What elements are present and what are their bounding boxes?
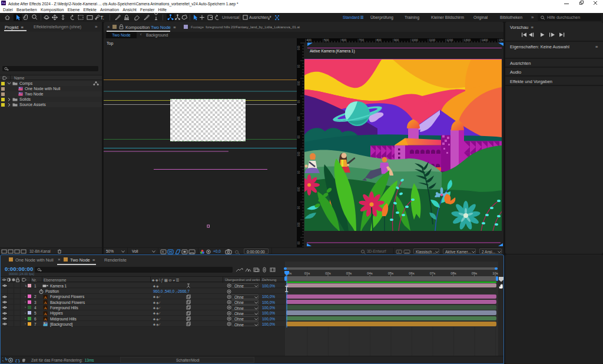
svg-text:Hilfe durchsuchen: Hilfe durchsuchen: [547, 15, 580, 19]
svg-text:A: A: [397, 250, 400, 253]
svg-text:A: A: [44, 306, 47, 310]
svg-text:01s: 01s: [304, 272, 310, 275]
svg-text:Kleiner Bildschirm: Kleiner Bildschirm: [431, 15, 464, 19]
svg-text:Training: Training: [405, 15, 419, 20]
svg-text:06s: 06s: [409, 272, 415, 275]
svg-text:Universal: Universal: [222, 15, 240, 19]
svg-text:{}: {}: [15, 358, 21, 363]
svg-text:Ausrichten: Ausrichten: [249, 15, 269, 19]
svg-text:04s: 04s: [367, 272, 373, 275]
svg-text:02s: 02s: [325, 272, 331, 275]
svg-text:Überprüfung: Überprüfung: [370, 15, 393, 20]
svg-text:T.: T.: [100, 15, 104, 21]
svg-text:05s: 05s: [388, 272, 394, 275]
svg-text:A: A: [44, 295, 47, 299]
svg-text:A: A: [44, 300, 47, 305]
svg-text:»: »: [531, 15, 534, 20]
svg-text:03s: 03s: [346, 272, 352, 275]
svg-text:Original: Original: [473, 15, 488, 20]
svg-text:08s: 08s: [450, 272, 456, 275]
svg-text:Standard: Standard: [343, 15, 360, 19]
svg-text:A: A: [44, 317, 47, 321]
svg-text:A: A: [44, 312, 47, 316]
svg-text:07s: 07s: [430, 272, 436, 275]
svg-text:Bibliotheken: Bibliotheken: [500, 15, 522, 19]
svg-text:10s: 10s: [492, 272, 498, 275]
svg-text:09s: 09s: [472, 272, 478, 275]
